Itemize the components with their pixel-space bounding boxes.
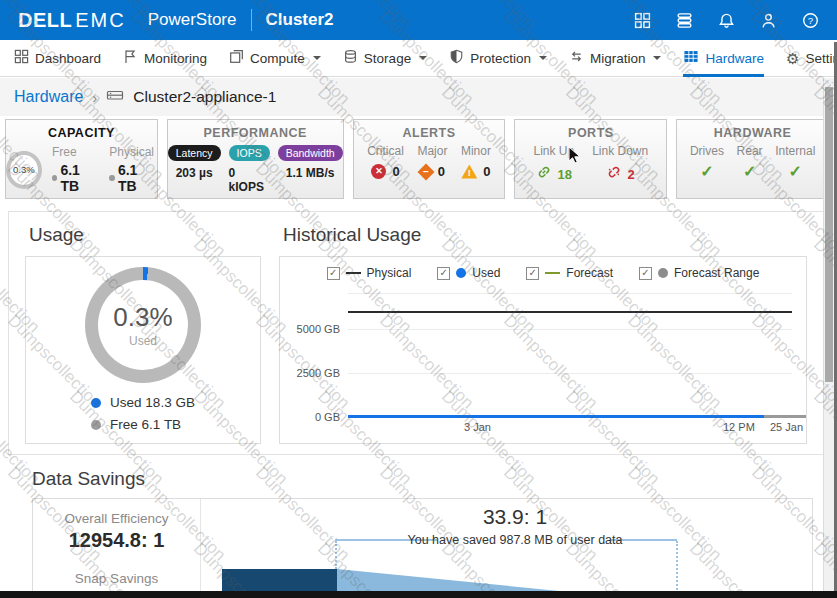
- snap-savings-label: Snap Savings: [33, 571, 200, 586]
- overall-efficiency-value: 12954.8: 1: [33, 529, 200, 552]
- chevron-down-icon: [313, 56, 321, 60]
- nav-item-settings[interactable]: ⚙ Settings: [786, 51, 837, 66]
- capacity-card[interactable]: CAPACITY 0.3% Free 6.1 TB Physical 6.1 T…: [5, 119, 158, 199]
- mouse-cursor: [567, 146, 585, 168]
- forecast-checkbox[interactable]: ✓: [526, 267, 539, 280]
- major-icon: –: [417, 163, 434, 180]
- free-value: 6.1 TB: [60, 162, 99, 194]
- migration-arrows-icon: [569, 49, 584, 67]
- link-up-count: 18: [558, 167, 572, 182]
- bandwidth-value: 1.1 MB/s: [286, 166, 335, 180]
- user-icon[interactable]: [760, 12, 777, 29]
- nav-item-migration[interactable]: Migration: [569, 40, 662, 77]
- alerts-card[interactable]: ALERTS Critical ✕0 Major –0 Minor !0: [353, 119, 506, 199]
- physical-label: Physical: [109, 145, 154, 159]
- breadcrumb-current: Cluster2-appliance-1: [133, 88, 276, 106]
- savings-annotation: You have saved 987.8 MB of user data: [355, 533, 675, 547]
- nav-item-protection[interactable]: Protection: [449, 40, 547, 77]
- ports-card[interactable]: PORTS Link Up 18 Link Down 2: [514, 119, 667, 199]
- shield-icon: [449, 49, 464, 67]
- usage-title: Usage: [29, 224, 261, 246]
- ytick-5000: 5000 GB: [280, 323, 340, 335]
- nav-item-compute[interactable]: Compute: [229, 40, 321, 77]
- ytick-2500: 2500 GB: [280, 367, 340, 379]
- ports-card-title: PORTS: [568, 126, 614, 140]
- nav-label: Monitoring: [144, 51, 207, 66]
- hardware-card-title: HARDWARE: [714, 126, 792, 140]
- dellemc-logo: DELL EMC: [18, 9, 126, 32]
- used-dot-icon: [456, 268, 466, 278]
- dot-icon: [52, 175, 58, 181]
- xtick-25jan: 25 Jan: [770, 421, 803, 433]
- savings-ratio: 33.9: 1: [435, 505, 595, 529]
- efficiency-summary: Overall Efficiency 12954.8: 1 Snap Savin…: [33, 499, 201, 592]
- nav-label: Dashboard: [35, 51, 101, 66]
- iops-value: 0 kIOPS: [229, 166, 270, 194]
- historical-usage-chart: ✓ Physical ✓ Used ✓ Forecast: [279, 256, 807, 444]
- critical-icon: ✕: [371, 164, 386, 179]
- forecast-line-icon: [545, 272, 560, 275]
- ytick-0: 0 GB: [280, 411, 340, 423]
- data-savings-title: Data Savings: [32, 468, 145, 490]
- link-up-icon: [536, 164, 552, 184]
- breadcrumb-hardware-link[interactable]: Hardware: [14, 88, 83, 106]
- minor-icon: !: [461, 165, 477, 179]
- capacity-mini-donut: 0.3%: [6, 151, 42, 189]
- legend-item-forecast: ✓ Forecast: [526, 266, 613, 280]
- nav-item-storage[interactable]: Storage: [343, 40, 427, 77]
- usage-percent: 0.3%: [113, 302, 172, 333]
- usage-center-label: Used: [113, 334, 172, 348]
- iops-pill: IOPS: [229, 145, 270, 161]
- nav-label: Compute: [250, 51, 305, 66]
- svg-text:?: ?: [808, 14, 813, 25]
- latency-value: 203 µs: [176, 166, 213, 180]
- free-dot-icon: [91, 420, 101, 430]
- nav-label: Settings: [805, 51, 837, 66]
- legend-label: Forecast Range: [674, 266, 759, 280]
- apps-grid-icon[interactable]: [634, 12, 651, 29]
- help-icon[interactable]: ?: [802, 12, 819, 29]
- legend-item-forecast-range: ✓ Forecast Range: [639, 266, 759, 280]
- dot-icon: [109, 175, 115, 181]
- overall-efficiency-label: Overall Efficiency: [33, 511, 200, 526]
- minor-label: Minor: [461, 144, 491, 158]
- chevron-down-icon: [653, 56, 661, 60]
- link-down-count: 2: [628, 167, 635, 182]
- scrollbar-thumb[interactable]: [825, 87, 833, 382]
- topbar-divider: [251, 9, 252, 31]
- major-count: 0: [438, 164, 445, 179]
- powerstore-window: DELL EMC PowerStore Cluster2 ? Dashboard…: [0, 0, 837, 598]
- free-label: Free: [52, 145, 77, 159]
- physical-checkbox[interactable]: ✓: [327, 267, 340, 280]
- nav-label: Storage: [364, 51, 411, 66]
- performance-card[interactable]: PERFORMANCE Latency 203 µs IOPS 0 kIOPS …: [167, 119, 344, 199]
- nav-item-hardware[interactable]: Hardware: [683, 40, 764, 77]
- notifications-bell-icon[interactable]: [718, 12, 735, 29]
- vertical-scrollbar[interactable]: [823, 79, 834, 591]
- used-checkbox[interactable]: ✓: [437, 267, 450, 280]
- performance-card-title: PERFORMANCE: [204, 126, 307, 140]
- usage-legend-used: Used 18.3 GB: [110, 395, 195, 410]
- legend-item-used: ✓ Used: [437, 266, 500, 280]
- dashboard-grid-icon: [14, 49, 29, 67]
- minor-count: 0: [483, 164, 490, 179]
- xtick-3jan: 3 Jan: [464, 421, 491, 433]
- usage-legend-free: Free 6.1 TB: [110, 417, 181, 432]
- cluster-stack-icon[interactable]: [676, 12, 693, 29]
- latency-pill: Latency: [168, 145, 221, 161]
- link-down-icon: [606, 164, 622, 184]
- nav-item-monitoring[interactable]: Monitoring: [123, 40, 207, 77]
- drives-label: Drives: [690, 144, 724, 158]
- legend-item-physical: ✓ Physical: [327, 266, 412, 280]
- chevron-down-icon: [419, 56, 427, 60]
- usage-donut-chart: 0.3% Used: [85, 267, 201, 383]
- check-icon: ✓: [700, 164, 713, 180]
- internal-label: Internal: [775, 144, 815, 158]
- nav-item-dashboard[interactable]: Dashboard: [14, 40, 101, 77]
- capacity-card-title: CAPACITY: [48, 126, 115, 140]
- link-down-label: Link Down: [592, 144, 648, 158]
- forecast-range-checkbox[interactable]: ✓: [639, 267, 652, 280]
- hardware-card[interactable]: HARDWARE Drives ✓ Rear ✓ Internal ✓: [676, 119, 829, 199]
- legend-label: Forecast: [566, 266, 613, 280]
- physical-series-line: [348, 311, 792, 313]
